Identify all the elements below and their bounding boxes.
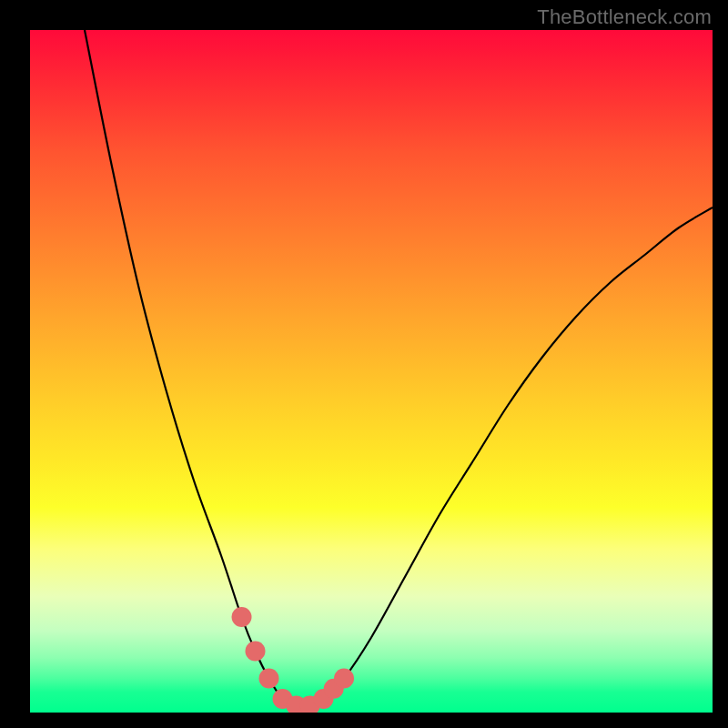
chart-svg	[30, 30, 713, 713]
plot-area	[30, 30, 713, 713]
highlight-marker	[232, 607, 252, 627]
watermark-text: TheBottleneck.com	[537, 5, 712, 29]
highlight-marker	[246, 642, 266, 662]
highlight-markers	[232, 607, 355, 713]
bottleneck-curve	[85, 30, 713, 706]
highlight-marker	[334, 669, 354, 689]
highlight-marker	[259, 669, 279, 689]
